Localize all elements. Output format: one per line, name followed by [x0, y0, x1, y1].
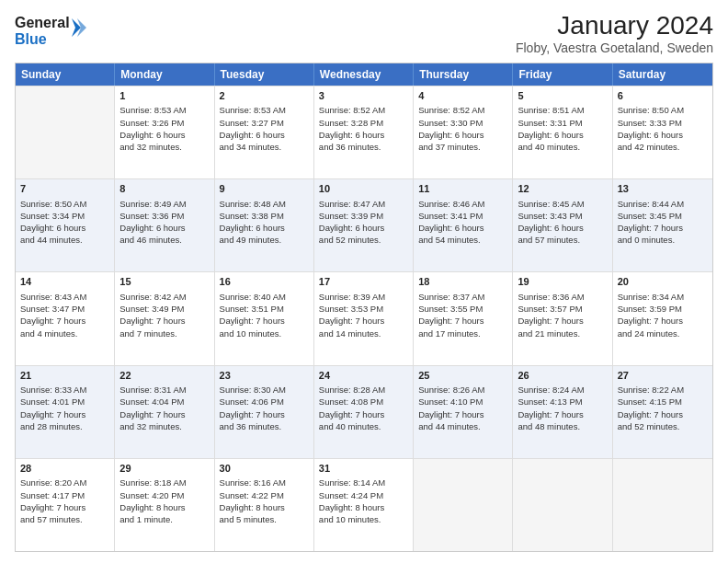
day-cell-31: 31Sunrise: 8:14 AMSunset: 4:24 PMDayligh…	[314, 459, 414, 551]
day-info-line: Sunset: 3:28 PM	[319, 117, 408, 129]
day-cell-18: 18Sunrise: 8:37 AMSunset: 3:55 PMDayligh…	[414, 272, 513, 364]
day-info-line: Sunset: 3:45 PM	[618, 210, 708, 222]
day-info-line: and 36 minutes.	[220, 420, 309, 432]
day-cell-20: 20Sunrise: 8:34 AMSunset: 3:59 PMDayligh…	[613, 272, 712, 364]
day-info-line: Daylight: 8 hours	[119, 501, 209, 513]
day-info-line: Sunset: 3:51 PM	[220, 303, 309, 315]
day-cell-24: 24Sunrise: 8:28 AMSunset: 4:08 PMDayligh…	[314, 366, 414, 458]
day-info-line: Sunrise: 8:37 AM	[418, 291, 507, 303]
day-info-line: and 57 minutes.	[20, 513, 109, 525]
day-cell-4: 4Sunrise: 8:52 AMSunset: 3:30 PMDaylight…	[414, 86, 513, 178]
day-cell-14: 14Sunrise: 8:43 AMSunset: 3:47 PMDayligh…	[16, 272, 115, 364]
svg-text:Blue: Blue	[15, 31, 47, 47]
day-cell-19: 19Sunrise: 8:36 AMSunset: 3:57 PMDayligh…	[513, 272, 612, 364]
weekday-header-monday: Monday	[115, 63, 214, 86]
logo: General Blue	[15, 11, 88, 52]
day-info-line: Daylight: 6 hours	[220, 222, 309, 234]
day-info-line: Sunset: 3:36 PM	[119, 210, 209, 222]
calendar-row-4: 21Sunrise: 8:33 AMSunset: 4:01 PMDayligh…	[16, 365, 712, 458]
day-cell-25: 25Sunrise: 8:26 AMSunset: 4:10 PMDayligh…	[414, 366, 513, 458]
svg-text:General: General	[15, 15, 70, 30]
day-info-line: Sunset: 3:34 PM	[20, 210, 109, 222]
day-number: 5	[518, 89, 607, 103]
day-cell-27: 27Sunrise: 8:22 AMSunset: 4:15 PMDayligh…	[613, 366, 712, 458]
day-info-line: Daylight: 6 hours	[518, 129, 607, 141]
day-info-line: Daylight: 7 hours	[20, 315, 109, 327]
day-info-line: Sunset: 3:38 PM	[220, 210, 309, 222]
page-title: January 2024	[516, 11, 713, 40]
day-info-line: Sunrise: 8:48 AM	[220, 198, 309, 210]
day-cell-7: 7Sunrise: 8:50 AMSunset: 3:34 PMDaylight…	[16, 179, 115, 271]
day-info-line: Sunset: 4:13 PM	[518, 396, 607, 408]
day-info-line: and 14 minutes.	[319, 327, 408, 339]
day-info-line: Daylight: 7 hours	[618, 222, 708, 234]
day-info-line: Sunrise: 8:50 AM	[20, 198, 109, 210]
page: General Blue January 2024 Floby, Vaestra…	[0, 0, 728, 563]
day-info-line: Daylight: 6 hours	[418, 129, 507, 141]
day-info-line: and 1 minute.	[119, 513, 209, 525]
day-cell-29: 29Sunrise: 8:18 AMSunset: 4:20 PMDayligh…	[115, 459, 214, 551]
day-info-line: Sunset: 4:22 PM	[220, 489, 309, 501]
day-cell-5: 5Sunrise: 8:51 AMSunset: 3:31 PMDaylight…	[513, 86, 612, 178]
day-info-line: and 32 minutes.	[119, 141, 209, 153]
day-cell-16: 16Sunrise: 8:40 AMSunset: 3:51 PMDayligh…	[215, 272, 314, 364]
empty-cell	[16, 86, 115, 178]
day-info-line: Sunset: 4:10 PM	[418, 396, 507, 408]
page-subtitle: Floby, Vaestra Goetaland, Sweden	[516, 40, 713, 55]
weekday-header-saturday: Saturday	[613, 63, 712, 86]
day-number: 3	[319, 89, 408, 103]
weekday-header-sunday: Sunday	[16, 63, 115, 86]
day-cell-12: 12Sunrise: 8:45 AMSunset: 3:43 PMDayligh…	[513, 179, 612, 271]
day-number: 7	[20, 182, 109, 196]
day-info-line: Daylight: 6 hours	[319, 129, 408, 141]
day-info-line: Sunset: 3:59 PM	[618, 303, 708, 315]
day-cell-3: 3Sunrise: 8:52 AMSunset: 3:28 PMDaylight…	[314, 86, 414, 178]
day-info-line: Sunset: 4:17 PM	[20, 489, 109, 501]
day-number: 27	[618, 369, 708, 383]
day-cell-9: 9Sunrise: 8:48 AMSunset: 3:38 PMDaylight…	[215, 179, 314, 271]
day-cell-10: 10Sunrise: 8:47 AMSunset: 3:39 PMDayligh…	[314, 179, 414, 271]
day-info-line: Daylight: 7 hours	[618, 315, 708, 327]
day-cell-11: 11Sunrise: 8:46 AMSunset: 3:41 PMDayligh…	[414, 179, 513, 271]
day-number: 12	[518, 182, 607, 196]
day-number: 4	[418, 89, 507, 103]
day-cell-28: 28Sunrise: 8:20 AMSunset: 4:17 PMDayligh…	[16, 459, 115, 551]
day-info-line: and 5 minutes.	[220, 513, 309, 525]
day-info-line: Daylight: 7 hours	[518, 408, 607, 420]
day-info-line: Daylight: 8 hours	[220, 501, 309, 513]
day-info-line: Sunset: 3:33 PM	[618, 117, 708, 129]
day-info-line: Sunset: 3:53 PM	[319, 303, 408, 315]
day-info-line: Sunset: 3:47 PM	[20, 303, 109, 315]
day-info-line: Sunset: 4:06 PM	[220, 396, 309, 408]
day-info-line: and 36 minutes.	[319, 141, 408, 153]
day-number: 16	[220, 275, 309, 289]
day-info-line: and 48 minutes.	[518, 420, 607, 432]
day-info-line: Daylight: 6 hours	[618, 129, 708, 141]
day-info-line: Sunset: 3:39 PM	[319, 210, 408, 222]
day-info-line: and 24 minutes.	[618, 327, 708, 339]
empty-cell	[613, 459, 712, 551]
day-cell-13: 13Sunrise: 8:44 AMSunset: 3:45 PMDayligh…	[613, 179, 712, 271]
day-info-line: Daylight: 7 hours	[119, 408, 209, 420]
header: General Blue January 2024 Floby, Vaestra…	[15, 11, 713, 55]
day-info-line: Sunset: 4:01 PM	[20, 396, 109, 408]
day-number: 8	[119, 182, 209, 196]
day-info-line: Daylight: 7 hours	[20, 501, 109, 513]
day-info-line: Sunrise: 8:40 AM	[220, 291, 309, 303]
day-info-line: Sunset: 3:57 PM	[518, 303, 607, 315]
day-info-line: and 46 minutes.	[119, 234, 209, 246]
day-info-line: Daylight: 7 hours	[220, 315, 309, 327]
day-info-line: Daylight: 8 hours	[319, 501, 408, 513]
day-info-line: and 40 minutes.	[319, 420, 408, 432]
day-info-line: Daylight: 7 hours	[319, 408, 408, 420]
day-info-line: Daylight: 7 hours	[418, 408, 507, 420]
day-info-line: Sunset: 3:27 PM	[220, 117, 309, 129]
day-info-line: Daylight: 6 hours	[319, 222, 408, 234]
day-cell-1: 1Sunrise: 8:53 AMSunset: 3:26 PMDaylight…	[115, 86, 214, 178]
calendar-row-5: 28Sunrise: 8:20 AMSunset: 4:17 PMDayligh…	[16, 458, 712, 551]
day-info-line: and 4 minutes.	[20, 327, 109, 339]
day-cell-30: 30Sunrise: 8:16 AMSunset: 4:22 PMDayligh…	[215, 459, 314, 551]
day-cell-23: 23Sunrise: 8:30 AMSunset: 4:06 PMDayligh…	[215, 366, 314, 458]
day-info-line: Sunset: 3:55 PM	[418, 303, 507, 315]
day-info-line: Sunrise: 8:47 AM	[319, 198, 408, 210]
